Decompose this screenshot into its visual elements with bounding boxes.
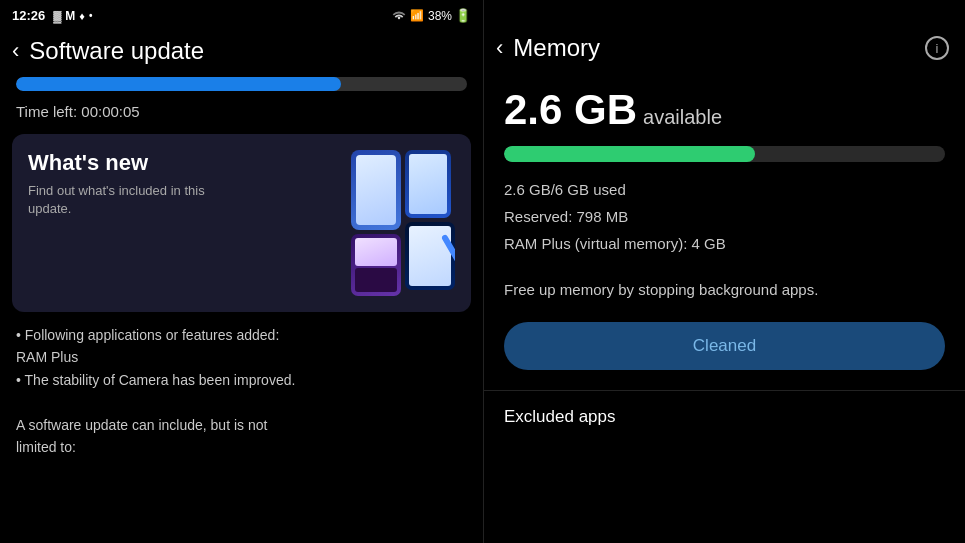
status-time: 12:26 ▓ M ♦ • <box>12 8 92 23</box>
memory-ramplus-text: RAM Plus (virtual memory): 4 GB <box>504 230 945 257</box>
location-icon: ♦ <box>79 10 85 22</box>
battery-percent: 38% <box>428 9 452 23</box>
memory-progress-fill <box>504 146 755 162</box>
update-progress-bar <box>16 77 467 91</box>
status-bar-right <box>484 0 965 24</box>
phone-fold-image <box>351 234 401 296</box>
message-icon: M <box>65 9 75 23</box>
whats-new-card: What's new Find out what's included in t… <box>12 134 471 312</box>
update-notes: • Following applications or features add… <box>0 320 483 466</box>
memory-used-text: 2.6 GB/6 GB used <box>504 176 945 203</box>
wifi-icon <box>391 9 407 23</box>
status-right-icons: 📶 38% 🔋 <box>391 8 471 23</box>
phone-images-col1 <box>351 150 401 296</box>
battery-icon: 🔋 <box>455 8 471 23</box>
left-panel: 12:26 ▓ M ♦ • 📶 38% 🔋 ‹ Software update … <box>0 0 483 543</box>
memory-gb-value: 2.6 GB <box>504 86 637 134</box>
right-header: ‹ Memory i <box>484 24 965 68</box>
memory-value-row: 2.6 GB available <box>484 68 965 140</box>
status-icons: ▓ <box>53 10 61 22</box>
back-button-left[interactable]: ‹ <box>12 40 19 62</box>
cleaned-button[interactable]: Cleaned <box>504 322 945 370</box>
memory-available-label: available <box>643 106 722 129</box>
left-page-title: Software update <box>29 37 204 65</box>
right-header-left: ‹ Memory <box>496 34 600 62</box>
info-button[interactable]: i <box>925 36 949 60</box>
whats-new-subtext: Find out what's included in this update. <box>28 182 248 218</box>
whats-new-images <box>351 150 455 296</box>
free-up-text: Free up memory by stopping background ap… <box>484 273 965 322</box>
phone-image-1 <box>351 150 401 230</box>
memory-reserved-text: Reserved: 798 MB <box>504 203 945 230</box>
phone-images-col2 <box>405 150 455 290</box>
memory-details: 2.6 GB/6 GB used Reserved: 798 MB RAM Pl… <box>484 172 965 273</box>
stylus-image <box>405 222 455 290</box>
right-panel: ‹ Memory i 2.6 GB available 2.6 GB/6 GB … <box>483 0 965 543</box>
signal-icon: 📶 <box>410 9 425 22</box>
back-button-right[interactable]: ‹ <box>496 37 503 59</box>
left-header: ‹ Software update <box>0 27 483 73</box>
update-notes-text: • Following applications or features add… <box>16 327 295 455</box>
right-page-title: Memory <box>513 34 600 62</box>
update-progress-fill <box>16 77 341 91</box>
excluded-apps-item[interactable]: Excluded apps <box>484 391 965 443</box>
whats-new-text-block: What's new Find out what's included in t… <box>28 150 248 218</box>
status-bar-left: 12:26 ▓ M ♦ • 📶 38% 🔋 <box>0 0 483 27</box>
time-left-text: Time left: 00:00:05 <box>0 99 483 130</box>
phone-image-2 <box>405 150 451 218</box>
whats-new-heading: What's new <box>28 150 248 176</box>
memory-progress-bar <box>504 146 945 162</box>
dot-icon: • <box>89 10 93 21</box>
